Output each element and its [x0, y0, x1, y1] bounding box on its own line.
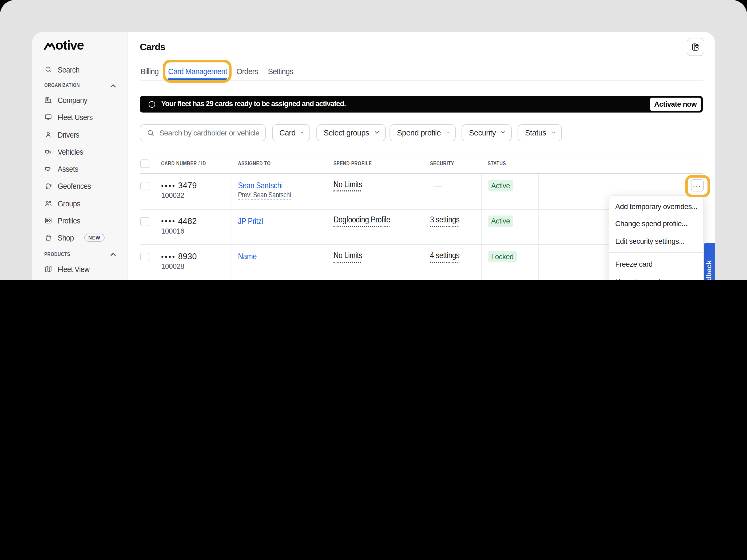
svg-text:i: i	[151, 102, 152, 107]
svg-text:otive: otive	[55, 39, 84, 52]
